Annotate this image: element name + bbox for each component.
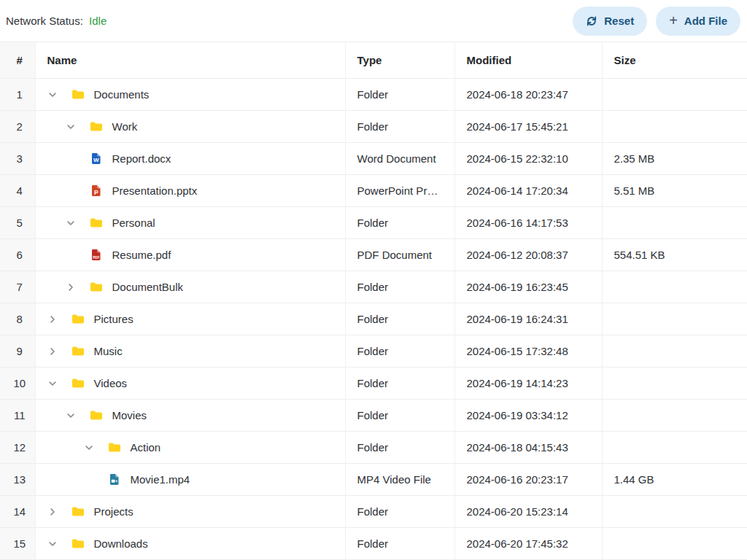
- type-cell: Folder: [345, 400, 454, 432]
- row-index: 1: [0, 79, 35, 111]
- row-index: 2: [0, 111, 35, 143]
- chevron-right-icon[interactable]: [66, 282, 90, 292]
- modified-cell: 2024-06-12 20:08:37: [454, 239, 602, 271]
- folder-icon: [108, 442, 121, 453]
- row-index: 14: [0, 496, 35, 528]
- name-cell: DocumentBulk: [35, 271, 345, 303]
- table-row[interactable]: 3 W Report.docx Word Document 2024-06-15…: [0, 143, 747, 175]
- chevron-right-icon[interactable]: [47, 346, 71, 357]
- tree-node: Movies: [47, 409, 339, 421]
- row-index: 3: [0, 143, 35, 175]
- chevron-down-icon[interactable]: [47, 378, 71, 389]
- tree-node: Work: [47, 120, 339, 133]
- modified-cell: 2024-06-16 20:23:17: [454, 464, 602, 496]
- table-row[interactable]: 4 P Presentation.pptx PowerPoint Present…: [0, 175, 747, 207]
- folder-icon: [71, 538, 85, 549]
- row-index: 5: [0, 207, 35, 239]
- type-cell: Folder: [345, 496, 454, 528]
- file-table-body: 1 Documents Folder 2024-06-18 20:23:47 2…: [0, 79, 747, 560]
- table-row[interactable]: 14 Projects Folder 2024-06-20 15:23:14: [0, 496, 747, 528]
- tree-node: Videos: [47, 377, 339, 389]
- folder-icon: [90, 217, 103, 228]
- table-row[interactable]: 2 Work Folder 2024-06-17 15:45:21: [0, 111, 747, 143]
- tree-node: W Report.docx: [47, 152, 339, 165]
- add-file-button[interactable]: + Add File: [656, 7, 740, 36]
- row-index: 10: [0, 368, 35, 400]
- tree-node: Action: [47, 441, 339, 454]
- folder-icon: [71, 89, 85, 100]
- network-status-value: Idle: [89, 15, 107, 27]
- tree-node: Music: [47, 345, 339, 357]
- size-cell: 5.51 MB: [602, 175, 747, 207]
- size-cell: [602, 368, 747, 400]
- table-row[interactable]: 10 Videos Folder 2024-06-19 14:14:23: [0, 368, 747, 400]
- modified-cell: 2024-06-14 17:20:34: [454, 175, 602, 207]
- name-cell: Movie1.mp4: [35, 464, 345, 496]
- table-row[interactable]: 12 Action Folder 2024-06-18 04:15:43: [0, 432, 747, 464]
- tree-indent: [47, 447, 84, 448]
- type-cell: Folder: [345, 368, 454, 400]
- modified-cell: 2024-06-20 15:23:14: [454, 496, 602, 528]
- chevron-down-icon[interactable]: [66, 218, 90, 228]
- row-index: 9: [0, 335, 35, 368]
- table-row[interactable]: 13 Movie1.mp4 MP4 Video File 2024-06-16 …: [0, 464, 747, 496]
- tree-indent: [47, 287, 66, 287]
- table-row[interactable]: 1 Documents Folder 2024-06-18 20:23:47: [0, 79, 747, 111]
- table-row[interactable]: 9 Music Folder 2024-06-15 17:32:48: [0, 335, 747, 368]
- file-name-label: Work: [112, 120, 138, 133]
- chevron-right-icon[interactable]: [47, 314, 71, 324]
- file-name-label: Downloads: [94, 537, 148, 550]
- name-cell: Pictures: [35, 303, 345, 335]
- chevron-right-icon[interactable]: [47, 507, 71, 517]
- name-cell: W Report.docx: [35, 143, 345, 175]
- svg-text:P: P: [94, 189, 98, 196]
- table-row[interactable]: 11 Movies Folder 2024-06-19 03:34:12: [0, 400, 747, 432]
- chevron-down-icon[interactable]: [66, 411, 90, 421]
- type-cell: PDF Document: [345, 239, 454, 271]
- size-cell: 554.51 KB: [602, 239, 747, 271]
- file-name-label: Report.docx: [112, 152, 171, 165]
- type-cell: Folder: [345, 271, 454, 303]
- size-cell: [602, 432, 747, 464]
- size-cell: [602, 207, 747, 239]
- type-cell: PowerPoint Presentation: [345, 175, 454, 207]
- tree-node: DocumentBulk: [47, 281, 339, 293]
- reset-button[interactable]: Reset: [573, 7, 647, 36]
- table-row[interactable]: 7 DocumentBulk Folder 2024-06-19 16:23:4…: [0, 271, 747, 303]
- pdf-file-icon: PDF: [90, 249, 103, 261]
- file-name-label: Projects: [94, 505, 133, 518]
- size-cell: [602, 79, 747, 111]
- folder-icon: [90, 281, 103, 292]
- chevron-down-icon[interactable]: [84, 443, 108, 453]
- chevron-down-icon[interactable]: [47, 539, 71, 549]
- tree-indent: [47, 158, 66, 159]
- size-cell: [602, 111, 747, 143]
- modified-cell: 2024-06-18 20:23:47: [454, 79, 602, 111]
- table-row[interactable]: 5 Personal Folder 2024-06-16 14:17:53: [0, 207, 747, 239]
- size-cell: [602, 271, 747, 303]
- file-name-label: Pictures: [94, 313, 133, 325]
- table-row[interactable]: 8 Pictures Folder 2024-06-19 16:24:31: [0, 303, 747, 335]
- file-table: # Name Type Modified Size 1 Documents Fo…: [0, 42, 747, 560]
- chevron-down-icon[interactable]: [47, 90, 71, 100]
- type-cell: Folder: [345, 111, 454, 143]
- table-row[interactable]: 6 PDF Resume.pdf PDF Document 2024-06-12…: [0, 239, 747, 271]
- modified-cell: 2024-06-19 14:14:23: [454, 368, 602, 400]
- modified-cell: 2024-06-20 17:45:32: [454, 528, 602, 560]
- name-cell: Projects: [35, 496, 345, 528]
- tree-node: Projects: [47, 505, 339, 518]
- folder-icon: [71, 314, 85, 324]
- row-index: 6: [0, 239, 35, 271]
- file-name-label: Action: [131, 441, 161, 454]
- row-index: 8: [0, 303, 35, 335]
- tree-node: P Presentation.pptx: [47, 184, 339, 197]
- file-name-label: Videos: [94, 377, 128, 389]
- svg-text:PDF: PDF: [93, 256, 99, 260]
- file-name-label: DocumentBulk: [112, 281, 184, 293]
- plus-icon: +: [669, 13, 678, 28]
- table-row[interactable]: 15 Downloads Folder 2024-06-20 17:45:32: [0, 528, 747, 560]
- chevron-down-icon[interactable]: [66, 122, 90, 132]
- type-cell: Word Document: [345, 143, 454, 175]
- tree-node: Documents: [47, 88, 339, 101]
- column-header-name: Name: [35, 42, 345, 79]
